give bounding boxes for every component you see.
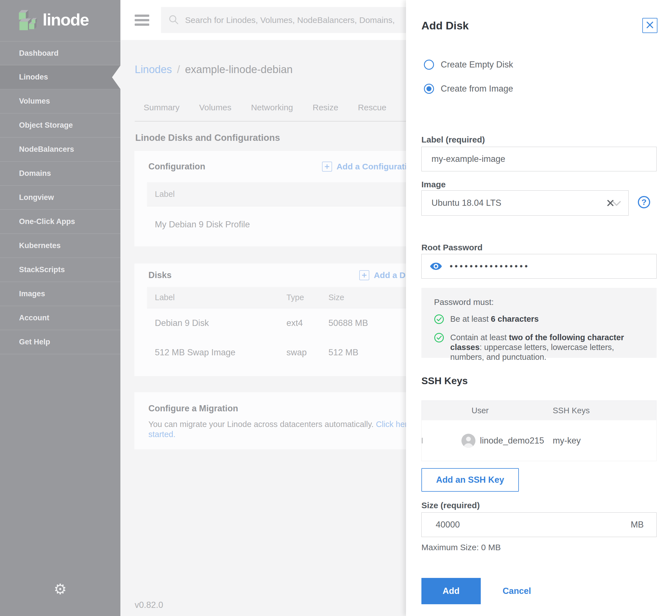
ssh-key-label: my-key [539, 436, 656, 446]
tab-networking[interactable]: Networking [251, 103, 293, 112]
close-drawer-button[interactable] [642, 18, 657, 33]
password-field[interactable]: •••••••••••••••• [421, 254, 657, 279]
help-icon[interactable]: ? [638, 196, 650, 208]
password-rule: Contain at least two of the following ch… [434, 333, 657, 362]
tab-volumes[interactable]: Volumes [199, 103, 231, 112]
ssh-key-checkbox[interactable] [422, 438, 423, 444]
size-field-label: Size (required) [421, 501, 480, 510]
disks-card-title: Disks [148, 270, 172, 280]
show-password-eye-icon[interactable] [430, 262, 442, 270]
breadcrumb-current: example-linode-debian [185, 64, 293, 75]
sidebar-item-dashboard[interactable]: Dashboard [0, 41, 120, 65]
radio-icon-unselected [424, 60, 434, 70]
chevron-down-icon[interactable] [612, 201, 621, 207]
sidebar-item-kubernetes[interactable]: Kubernetes [0, 234, 120, 258]
radio-create-from-image[interactable]: Create from Image [424, 84, 513, 94]
gear-icon[interactable]: ⚙ [0, 581, 120, 598]
sidebar-nav: Dashboard Linodes Volumes Object Storage… [0, 41, 120, 354]
breadcrumb-linodes-link[interactable]: Linodes [135, 64, 172, 75]
hamburger-menu-icon[interactable] [135, 15, 149, 26]
sidebar-item-domains[interactable]: Domains [0, 162, 120, 186]
password-field-label: Root Password [421, 243, 482, 252]
breadcrumb-separator: / [177, 64, 180, 75]
sidebar-item-linodes[interactable]: Linodes [0, 65, 120, 89]
linode-detail-tabs: Summary Volumes Networking Resize Rescue [144, 103, 386, 112]
sidebar-item-nodebalancers[interactable]: NodeBalancers [0, 137, 120, 162]
configuration-row: My Debian 9 Disk Profile [147, 206, 416, 243]
ssh-table-header: User SSH Keys [422, 401, 656, 420]
sidebar-item-get-help[interactable]: Get Help [0, 330, 120, 354]
sidebar-item-one-click-apps[interactable]: One-Click Apps [0, 210, 120, 234]
ssh-keys-table: User SSH Keys linode_demo215 my-key [421, 400, 657, 461]
migration-link[interactable]: started. [148, 430, 176, 439]
close-icon [646, 21, 654, 30]
sidebar-item-stackscripts[interactable]: StackScripts [0, 258, 120, 282]
sidebar-item-account[interactable]: Account [0, 306, 120, 330]
add-disk-drawer: Add Disk Create Empty Disk Create from I… [406, 0, 672, 616]
sidebar: linode Dashboard Linodes Volumes Object … [0, 0, 120, 616]
sidebar-item-longview[interactable]: Longview [0, 186, 120, 210]
size-input[interactable] [422, 520, 631, 530]
disks-table-header: Label Type Size [147, 287, 416, 308]
add-configuration-button[interactable]: Add a Configuration [322, 162, 417, 172]
image-field-label: Image [421, 180, 446, 189]
configuration-card: Configuration Add a Configuration Label … [134, 151, 428, 246]
password-rule: Be at least 6 characters [434, 314, 657, 325]
size-field: MB [421, 512, 657, 537]
page-title: Linode Disks and Configurations [135, 132, 280, 143]
logo-text: linode [43, 10, 89, 29]
cancel-button[interactable]: Cancel [503, 578, 531, 604]
migration-card-title: Configure a Migration [148, 392, 414, 414]
add-button[interactable]: Add [421, 578, 481, 604]
configuration-table-header: Label [147, 182, 416, 206]
ssh-user-name: linode_demo215 [480, 436, 544, 446]
tab-summary[interactable]: Summary [144, 103, 179, 112]
password-requirements: Password must: Be at least 6 characters … [421, 288, 657, 358]
radio-icon-selected [424, 84, 434, 94]
image-select-value: Ubuntu 18.04 LTS [431, 198, 501, 208]
check-circle-icon [434, 314, 444, 325]
breadcrumb: Linodes/example-linode-debian [135, 64, 293, 76]
radio-dot [426, 86, 431, 91]
radio-create-empty-disk[interactable]: Create Empty Disk [424, 60, 513, 70]
disks-card: Disks Add a Disk Label Type Size Debian … [134, 263, 428, 376]
sidebar-item-object-storage[interactable]: Object Storage [0, 113, 120, 137]
check-circle-icon [434, 333, 444, 344]
image-select[interactable]: Ubuntu 18.04 LTS [421, 190, 629, 216]
password-masked-value: •••••••••••••••• [450, 261, 530, 271]
sidebar-item-volumes[interactable]: Volumes [0, 89, 120, 113]
add-ssh-key-button[interactable]: Add an SSH Key [421, 468, 519, 492]
app-version: v0.82.0 [135, 600, 163, 610]
selected-item-arrow [112, 66, 120, 89]
ssh-keys-heading: SSH Keys [421, 375, 468, 386]
plus-icon [322, 162, 332, 172]
migration-card-body: You can migrate your Linode across datac… [148, 419, 414, 439]
user-avatar [461, 434, 475, 448]
tab-resize[interactable]: Resize [313, 103, 339, 112]
disk-row: Debian 9 Disk ext4 50688 MB [147, 308, 416, 338]
size-unit: MB [631, 520, 644, 530]
search-icon [168, 14, 179, 26]
ssh-key-row: linode_demo215 my-key [422, 420, 656, 461]
label-field-label: Label (required) [421, 135, 485, 144]
migration-card: Configure a Migration You can migrate yo… [134, 392, 428, 449]
drawer-title: Add Disk [421, 20, 469, 32]
linode-cubes-icon [16, 7, 37, 32]
plus-icon [359, 270, 369, 280]
max-size-helper: Maximum Size: 0 MB [421, 543, 501, 552]
linode-logo[interactable]: linode [16, 7, 89, 32]
disk-row: 512 MB Swap Image swap 512 MB [147, 338, 416, 367]
configuration-card-title: Configuration [148, 162, 205, 172]
tab-rescue[interactable]: Rescue [358, 103, 386, 112]
label-field-input[interactable] [421, 147, 657, 171]
sidebar-item-images[interactable]: Images [0, 282, 120, 306]
